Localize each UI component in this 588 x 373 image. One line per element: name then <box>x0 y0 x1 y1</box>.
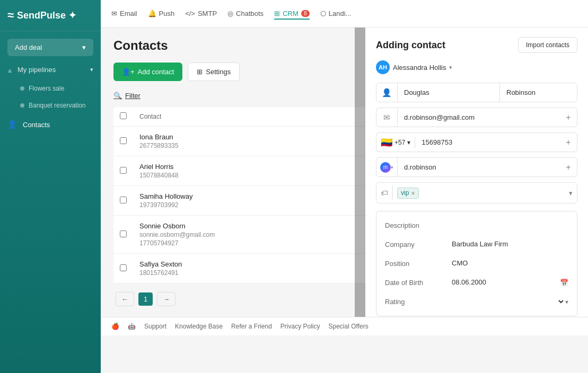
nav-chatbots[interactable]: ◎ Chatbots <box>227 7 264 20</box>
import-contacts-button[interactable]: Import contacts <box>518 37 577 53</box>
row-checkbox[interactable] <box>120 264 127 271</box>
row-checkbox[interactable] <box>120 197 127 203</box>
top-nav: ✉ Email 🔔 Push </> SMTP ◎ Chatbots ⊞ CRM… <box>101 0 588 28</box>
email-icon: ✉ <box>376 108 398 127</box>
add-contact-button[interactable]: 👤+ Add contact <box>113 63 182 81</box>
smtp-icon: </> <box>185 10 195 17</box>
privacy-policy-link[interactable]: Privacy Policy <box>280 323 320 330</box>
special-offers-link[interactable]: Special Offers <box>329 323 368 330</box>
current-page: 1 <box>138 292 153 306</box>
add-email-button[interactable]: + <box>560 113 577 122</box>
email-input[interactable] <box>398 108 560 127</box>
phone-inputs <box>415 133 560 152</box>
description-row: Description <box>385 219 568 232</box>
position-input[interactable] <box>449 257 568 270</box>
rating-label: Rating <box>385 298 449 306</box>
contacts-main: Contacts 👤+ Add contact ⊞ Settings 🔍 Fil… <box>101 28 588 373</box>
refer-friend-link[interactable]: Refer a Friend <box>231 323 272 330</box>
messenger-icon: m <box>380 162 391 173</box>
owner-dropdown-arrow: ▾ <box>449 64 452 71</box>
sidebar-item-label: My pipelines <box>17 66 56 74</box>
tags-dropdown-arrow[interactable]: ▾ <box>569 189 573 197</box>
support-link[interactable]: Support <box>144 323 166 330</box>
contact-name: Sonnie Osborn <box>139 222 375 230</box>
main-area: ✉ Email 🔔 Push </> SMTP ◎ Chatbots ⊞ CRM… <box>101 0 588 373</box>
add-contact-icon: 👤+ <box>122 68 135 76</box>
nav-landing[interactable]: ⬡ Landi... <box>320 7 352 20</box>
details-section: Description Company Position <box>376 211 577 316</box>
prev-page-button[interactable]: ← <box>116 292 134 306</box>
add-messenger-button[interactable]: + <box>560 163 577 172</box>
description-input[interactable] <box>449 219 568 232</box>
rating-dropdown-icon: ▾ <box>565 298 568 306</box>
panel-header: Adding contact Import contacts <box>365 28 588 60</box>
phone-code: +57 <box>394 139 405 146</box>
row-checkbox[interactable] <box>120 137 127 144</box>
messenger-inputs <box>398 158 560 176</box>
nav-push[interactable]: 🔔 Push <box>148 7 175 20</box>
nav-smtp[interactable]: </> SMTP <box>185 7 217 20</box>
contact-owner[interactable]: AH Alessandra Hollis ▾ <box>376 60 577 74</box>
contact-name: Ariel Horris <box>139 163 375 171</box>
phone-input[interactable] <box>415 133 560 152</box>
select-all-checkbox[interactable] <box>120 112 127 119</box>
owner-avatar: AH <box>376 60 390 74</box>
contacts-icon: 👤 <box>7 120 17 129</box>
description-label: Description <box>385 221 449 229</box>
landing-icon: ⬡ <box>320 10 326 17</box>
rating-select[interactable]: 1 2 3 4 5 <box>449 295 565 308</box>
tags-content: vip × <box>397 188 569 199</box>
tags-field-row: 🏷 vip × ▾ <box>376 182 577 203</box>
dob-input[interactable] <box>449 276 557 289</box>
add-deal-arrow: ▾ <box>82 43 86 51</box>
flag-emoji: 🇨🇴 <box>381 137 392 148</box>
right-panel: Adding contact Import contacts AH Alessa… <box>365 28 588 317</box>
filter-label: Filter <box>125 92 141 100</box>
sidebar-item-contacts[interactable]: 👤 Contacts <box>0 114 101 135</box>
row-checkbox[interactable] <box>120 167 127 174</box>
collapse-arrow: ▾ <box>90 66 93 73</box>
logo: ≈ SendPulse ✦ <box>0 0 101 31</box>
sidebar-item-banquet-reservation[interactable]: Banquet reservation <box>0 97 101 114</box>
messenger-dropdown-arrow: ▾ <box>391 165 393 170</box>
sidebar: ≈ SendPulse ✦ Add deal ▾ ⟁ My pipelines … <box>0 0 101 373</box>
contact-phone: 15078840848 <box>139 172 375 179</box>
sidebar-item-my-pipelines[interactable]: ⟁ My pipelines ▾ <box>0 59 101 80</box>
add-phone-button[interactable]: + <box>560 138 577 147</box>
knowledge-base-link[interactable]: Knowledge Base <box>175 323 223 330</box>
pipeline-label: Flowers sale <box>29 85 64 92</box>
settings-label: Settings <box>206 68 231 76</box>
row-checkbox[interactable] <box>120 230 127 237</box>
next-page-button[interactable]: → <box>157 292 175 306</box>
messenger-input[interactable] <box>398 158 560 176</box>
search-icon: 🔍 <box>113 92 122 100</box>
email-icon: ✉ <box>111 10 117 17</box>
nav-email[interactable]: ✉ Email <box>111 7 137 20</box>
flag-dropdown-arrow: ▾ <box>407 139 410 146</box>
first-name-input[interactable] <box>398 83 500 102</box>
tag-remove-button[interactable]: × <box>411 189 415 197</box>
messenger-type-button[interactable]: m ▾ <box>376 158 398 176</box>
phone-flag-selector[interactable]: 🇨🇴 +57 ▾ <box>376 137 415 148</box>
page-content: Contacts 👤+ Add contact ⊞ Settings 🔍 Fil… <box>101 28 588 317</box>
calendar-icon[interactable]: 📅 <box>560 279 568 287</box>
last-name-input[interactable] <box>500 83 577 102</box>
settings-icon: ⊞ <box>197 68 203 76</box>
panel-title: Adding contact <box>376 40 445 51</box>
company-input[interactable] <box>449 238 568 251</box>
contact-name: Safiya Sexton <box>139 260 375 268</box>
dob-inputs: 📅 <box>449 276 568 289</box>
tag-vip-label: vip <box>401 189 409 197</box>
person-icon: 👤 <box>376 83 398 102</box>
logo-icon: ≈ <box>7 8 14 22</box>
content-area: Contacts 👤+ Add contact ⊞ Settings 🔍 Fil… <box>101 28 588 373</box>
android-icon: 🤖 <box>128 323 136 330</box>
sidebar-item-flowers-sale[interactable]: Flowers sale <box>0 80 101 97</box>
add-deal-button[interactable]: Add deal ▾ <box>7 39 93 56</box>
nav-crm[interactable]: ⊞ CRM 8 <box>274 7 310 20</box>
email-field-row: ✉ + <box>376 108 577 127</box>
pipelines-icon: ⟁ <box>7 65 12 74</box>
company-row: Company <box>385 238 568 251</box>
settings-button[interactable]: ⊞ Settings <box>188 63 240 81</box>
tag-chip-vip: vip × <box>397 188 419 199</box>
